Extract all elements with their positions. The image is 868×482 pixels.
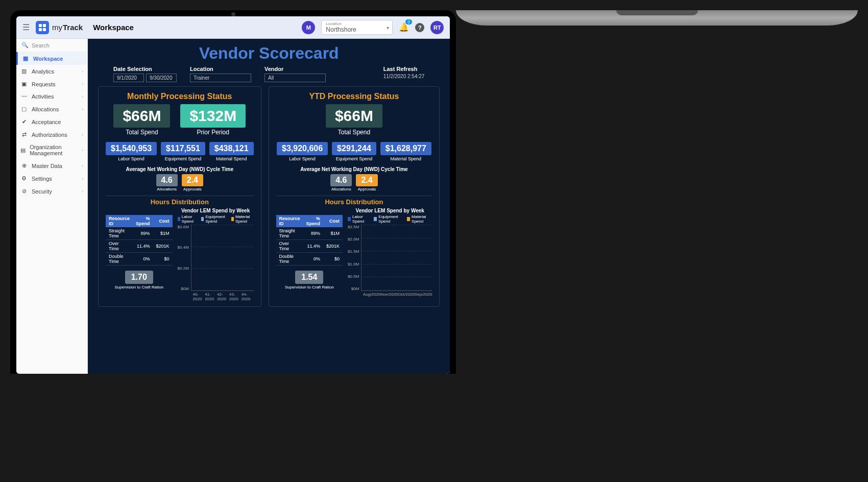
table-row: Over Time11.4%$201K bbox=[106, 240, 173, 253]
chevron-down-icon: ▾ bbox=[387, 25, 389, 30]
table-row: Straight Time89%$1M bbox=[106, 227, 173, 240]
chart-xaxis: Aug/2020Nov/2020Oct/2020Sep/2020 bbox=[363, 292, 432, 297]
sidebar-item-analytics[interactable]: ▥Analytics› bbox=[16, 65, 87, 78]
spend-tile: $438,121 bbox=[209, 142, 254, 155]
avg-tile: 2.4 bbox=[356, 174, 377, 186]
avg-tile: 4.6 bbox=[156, 174, 178, 186]
sidebar-icon: ▥ bbox=[20, 68, 28, 75]
sidebar-label: Analytics bbox=[32, 68, 54, 75]
sidebar-label: Workspace bbox=[33, 56, 63, 62]
sidebar-icon: ⊕ bbox=[20, 162, 28, 169]
sidebar-item-authorizations[interactable]: ⇄Authorizations› bbox=[16, 128, 87, 141]
hours-distribution-title: Hours Distribution bbox=[106, 196, 254, 206]
chevron-right-icon: › bbox=[82, 189, 83, 194]
sidebar-item-organization-management[interactable]: ▤Organization Management› bbox=[16, 141, 87, 159]
date-from-input[interactable]: 9/1/2020 bbox=[113, 74, 144, 82]
chart-title: Vendor LEM Spend by Week bbox=[348, 208, 432, 213]
avg-cycle-label: Average Net Working Day (NWD) Cycle Time bbox=[276, 166, 432, 172]
sidebar-icon: ✔ bbox=[20, 118, 28, 125]
chart-legend: Labor SpendEquipment SpendMaterial Spend bbox=[178, 214, 254, 224]
card-title: Monthly Processing Status bbox=[106, 92, 254, 101]
date-to-input[interactable]: 9/30/2020 bbox=[146, 74, 177, 82]
bar-chart: $0.6M$0.4M$0.2M$0M bbox=[178, 225, 254, 291]
chart-legend: Labor SpendEquipment SpendMaterial Spend bbox=[348, 214, 432, 224]
sidebar-item-acceptance[interactable]: ✔Acceptance bbox=[16, 115, 87, 128]
table-row: Double Time0%$0 bbox=[106, 253, 173, 266]
ratio-tile: 1.70Supervision to Craft Ration bbox=[106, 271, 173, 290]
chevron-right-icon: › bbox=[82, 163, 83, 168]
location-filter-label: Location bbox=[190, 66, 251, 72]
sidebar-label: Authorizations bbox=[32, 132, 67, 138]
sidebar-label: Activities bbox=[32, 93, 54, 100]
date-label: Date Selection bbox=[113, 66, 177, 72]
bar-chart: $2.5M$2.0M$1.5M$1.0M$0.5M$0M bbox=[348, 225, 432, 291]
vendor-filter-input[interactable]: All bbox=[264, 74, 326, 82]
hamburger-icon[interactable]: ☰ bbox=[22, 22, 33, 32]
vendor-filter-label: Vendor bbox=[264, 66, 326, 72]
sidebar-item-allocations[interactable]: ▢Allocations› bbox=[16, 103, 87, 115]
sidebar-label: Master Data bbox=[32, 163, 62, 169]
avg-tile: 2.4 bbox=[182, 174, 203, 186]
chevron-right-icon: › bbox=[82, 107, 83, 112]
sidebar-icon: ▢ bbox=[20, 106, 28, 112]
sidebar-icon: 〰 bbox=[20, 93, 28, 100]
app-logo[interactable] bbox=[36, 21, 49, 34]
sidebar-label: Security bbox=[32, 188, 52, 195]
sidebar-icon: ▤ bbox=[20, 147, 26, 154]
location-selector[interactable]: Location Northshore ▾ bbox=[321, 20, 393, 35]
sidebar-label: Allocations bbox=[32, 106, 59, 112]
last-refresh-label: Last Refresh bbox=[383, 66, 425, 72]
chart-xaxis: 40-202041-202042-202043-202044-2020 bbox=[193, 292, 254, 301]
spend-tile: $117,551 bbox=[161, 142, 205, 155]
big-tile: $132M bbox=[180, 104, 246, 128]
card-title: YTD Processing Status bbox=[276, 92, 432, 101]
chevron-right-icon: › bbox=[82, 69, 83, 74]
help-icon[interactable]: ? bbox=[415, 23, 424, 32]
chart-title: Vendor LEM Spend by Week bbox=[178, 208, 254, 213]
resource-table: Resource ID% SpendCostStraight Time89%$1… bbox=[276, 215, 343, 266]
resource-table: Resource ID% SpendCostStraight Time89%$1… bbox=[106, 215, 173, 266]
sidebar-icon: ⊘ bbox=[20, 188, 28, 195]
big-tile: $66M bbox=[113, 104, 170, 128]
sidebar-item-security[interactable]: ⊘Security› bbox=[16, 185, 87, 198]
filter-bar: Date Selection 9/1/2020 9/30/2020 Locati… bbox=[98, 66, 440, 82]
chevron-right-icon: › bbox=[82, 148, 83, 153]
search-input[interactable]: 🔍 Search bbox=[16, 39, 87, 52]
user-avatar-rt[interactable]: RT bbox=[430, 21, 444, 34]
chevron-right-icon: › bbox=[82, 94, 83, 99]
table-row: Straight Time89%$1M bbox=[276, 227, 343, 240]
page-title: Workspace bbox=[93, 23, 134, 32]
sidebar-item-master-data[interactable]: ⊕Master Data› bbox=[16, 159, 87, 172]
sidebar-label: Acceptance bbox=[32, 119, 61, 125]
search-icon: 🔍 bbox=[21, 42, 29, 49]
chevron-right-icon: › bbox=[82, 82, 83, 87]
big-tile: $66M bbox=[326, 104, 382, 128]
table-row: Over Time11.4%$201K bbox=[276, 240, 343, 253]
ratio-tile: 1.54Supervision to Craft Ration bbox=[276, 271, 343, 290]
sidebar-item-requests[interactable]: ▣Requests› bbox=[16, 78, 87, 90]
sidebar-item-activities[interactable]: 〰Activities› bbox=[16, 90, 87, 103]
monthly-card: Monthly Processing Status$66MTotal Spend… bbox=[98, 86, 261, 307]
spend-tile: $3,920,606 bbox=[277, 142, 328, 155]
sidebar: 🔍 Search ▦Workspace▥Analytics›▣Requests›… bbox=[16, 39, 88, 374]
main-content: Vendor Scorecard Date Selection 9/1/2020… bbox=[88, 39, 450, 374]
topbar: ☰ myTrack Workspace M Location Northshor… bbox=[16, 16, 450, 39]
sidebar-label: Requests bbox=[32, 81, 55, 87]
dashboard-title: Vendor Scorecard bbox=[98, 44, 440, 63]
sidebar-item-workspace[interactable]: ▦Workspace bbox=[16, 52, 87, 65]
spend-tile: $291,244 bbox=[332, 142, 376, 155]
location-filter-input[interactable]: Trainer bbox=[190, 74, 251, 82]
hours-distribution-title: Hours Distribution bbox=[276, 196, 432, 206]
sidebar-item-settings[interactable]: ⚙Settings› bbox=[16, 172, 87, 185]
spend-tile: $1,628,977 bbox=[380, 142, 431, 155]
avg-cycle-label: Average Net Working Day (NWD) Cycle Time bbox=[106, 166, 254, 172]
sidebar-icon: ⇄ bbox=[20, 131, 28, 138]
sidebar-label: Settings bbox=[32, 176, 52, 182]
user-avatar-m[interactable]: M bbox=[302, 21, 315, 34]
chevron-right-icon: › bbox=[82, 132, 83, 137]
sidebar-icon: ⚙ bbox=[20, 175, 28, 182]
ytd-card: YTD Processing Status$66MTotal Spend$3,9… bbox=[269, 86, 440, 307]
notifications-icon[interactable]: 🔔0 bbox=[399, 22, 409, 32]
brand: myTrack bbox=[52, 23, 83, 32]
spend-tile: $1,540,953 bbox=[106, 142, 157, 155]
